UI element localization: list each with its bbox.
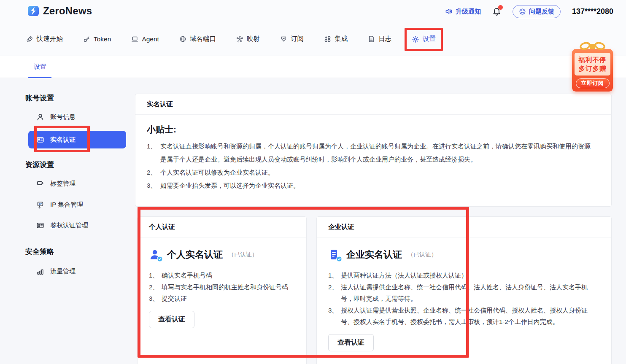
sidebar-item-label: 鉴权认证管理 <box>50 221 88 229</box>
enterprise-building-icon <box>328 248 341 261</box>
sidebar-item-traffic-management[interactable]: 流量管理 <box>36 267 76 275</box>
subscribe-now-button[interactable]: 立即订阅 <box>576 78 610 88</box>
tip-item: 3、 如需要企业抬头发票，可以选择为企业实名认证。 <box>135 179 611 192</box>
account-phone-number[interactable]: 137****2080 <box>572 7 613 16</box>
subscription-icon <box>280 35 287 43</box>
tip-number: 3、 <box>147 179 160 192</box>
user-icon <box>36 113 44 121</box>
personal-step: 2、 填写与实名手机相同的机主姓名和身份证号码 <box>149 281 295 293</box>
feedback-button[interactable]: 问题反馈 <box>513 5 561 18</box>
step-text: 授权人认证需提供营业执照、企业名称、统一社会信用代码、授权人姓名、授权人身份证号… <box>341 305 600 328</box>
laptop-icon <box>131 35 138 43</box>
svg-text:IP: IP <box>39 202 42 205</box>
notification-badge <box>498 5 503 10</box>
sidebar-item-label: 流量管理 <box>50 267 76 275</box>
auth-card-icon <box>36 221 44 229</box>
personal-auth-title-row: 个人实名认证 （已认证） <box>149 248 295 261</box>
step-text: 提交认证 <box>162 293 295 305</box>
nav-label: 日志 <box>378 35 391 43</box>
enterprise-step: 2、 法人认证需提供企业名称、统一社会信用代码、法人姓名、法人身份证号、法人实名… <box>328 281 600 305</box>
promo-line2: 多订多赠 <box>575 64 610 73</box>
header-actions: 升级通知 问题反馈 137****2080 <box>445 5 613 18</box>
sidebar-section-resources: 资源设置 <box>25 160 54 170</box>
step-text: 法人认证需提供企业名称、统一社会信用代码、法人姓名、法人身份证号、法人实名手机号… <box>341 281 600 305</box>
enterprise-step: 1、 提供两种认证方法（法人认证或授权人认证） <box>328 270 600 281</box>
step-number: 3、 <box>149 293 162 305</box>
globe-icon <box>179 35 186 43</box>
real-name-auth-panel: 实名认证 小贴士: 1、 实名认证直接影响账号和资源的归属，个人认证的账号归属为… <box>135 94 612 207</box>
zeronews-logo-icon <box>27 5 40 17</box>
feedback-label: 问题反馈 <box>529 8 554 16</box>
nav-item-logs[interactable]: 日志 <box>368 35 391 43</box>
tab-settings[interactable]: 设置 <box>34 63 46 71</box>
sidebar-item-label: 标签管理 <box>50 180 76 188</box>
step-text: 提供两种认证方法（法人认证或授权人认证） <box>341 270 600 281</box>
nav-label: 集成 <box>335 35 348 43</box>
personal-card-title: 个人认证 <box>138 217 306 237</box>
sidebar-item-account-info[interactable]: 账号信息 <box>36 113 76 121</box>
log-icon <box>368 35 375 43</box>
enterprise-auth-status: （已认证） <box>407 251 437 259</box>
step-number: 2、 <box>149 281 162 293</box>
brand-logo[interactable]: ZeroNews <box>27 5 92 17</box>
step-text: 填写与实名手机相同的机主姓名和身份证号码 <box>162 281 295 293</box>
tip-text: 如需要企业抬头发票，可以选择为企业实名认证。 <box>160 179 594 192</box>
nav-item-subscription[interactable]: 订阅 <box>280 35 304 43</box>
promo-gift-banner[interactable]: 福利不停 多订多赠 立即订阅 <box>572 40 613 92</box>
sidebar-item-label: 实名认证 <box>50 136 76 144</box>
nav-label: Agent <box>142 35 159 43</box>
nav-label: 快速开始 <box>37 35 63 43</box>
primary-nav: 快速开始 Token Agent 域名端口 映射 <box>26 35 436 43</box>
gift-ribbon-icon <box>572 40 613 51</box>
personal-step: 1、 确认实名手机号码 <box>149 270 295 281</box>
sidebar-item-ip-collection[interactable]: IP IP 集合管理 <box>36 201 83 209</box>
tip-text: 个人实名认证可以修改为企业实名认证。 <box>160 166 594 179</box>
traffic-chart-icon <box>36 267 44 275</box>
promo-line1: 福利不停 <box>575 55 610 64</box>
personal-auth-status: （已认证） <box>228 251 258 259</box>
id-card-icon <box>36 136 44 144</box>
nav-item-mapping[interactable]: 映射 <box>236 35 260 43</box>
notification-bell-button[interactable] <box>492 7 501 16</box>
tip-number: 1、 <box>147 140 160 166</box>
nav-label: 映射 <box>247 35 260 43</box>
step-number: 3、 <box>328 305 341 328</box>
smiley-icon <box>519 8 526 15</box>
panel-title: 实名认证 <box>135 94 611 115</box>
sidebar-item-real-name-auth[interactable]: 实名认证 <box>28 131 126 148</box>
check-badge-icon <box>336 256 342 262</box>
nav-item-token[interactable]: Token <box>83 35 111 43</box>
nav-item-quick-start[interactable]: 快速开始 <box>26 35 63 43</box>
nav-label: Token <box>94 35 111 43</box>
enterprise-view-auth-button[interactable]: 查看认证 <box>328 334 374 351</box>
step-number: 1、 <box>328 270 341 281</box>
brand-name: ZeroNews <box>43 5 92 17</box>
nav-item-settings[interactable]: 设置 <box>412 35 436 43</box>
personal-auth-title: 个人实名认证 <box>167 248 223 261</box>
enterprise-auth-title-row: 企业实名认证 （已认证） <box>328 248 600 261</box>
nav-label: 设置 <box>423 35 436 43</box>
speaker-icon <box>445 8 453 15</box>
upgrade-notice-label: 升级通知 <box>456 8 481 16</box>
integration-icon <box>324 35 331 43</box>
sidebar-item-tag-management[interactable]: 标签管理 <box>36 180 76 188</box>
top-bar: ZeroNews 升级通知 问题反馈 137****2080 <box>0 0 626 56</box>
nav-label: 订阅 <box>291 35 304 43</box>
mapping-icon <box>236 35 243 43</box>
tip-number: 2、 <box>147 166 160 179</box>
nav-item-domain-port[interactable]: 域名端口 <box>179 35 216 43</box>
enterprise-auth-card: 企业认证 企业实名认证 （已认证） 1、 提供两种认证方法（法人认证或授权人认证… <box>316 216 612 364</box>
nav-item-agent[interactable]: Agent <box>131 35 159 43</box>
tag-icon <box>36 180 44 188</box>
rocket-icon <box>26 35 33 43</box>
personal-user-icon <box>149 248 162 261</box>
enterprise-auth-title: 企业实名认证 <box>346 248 402 261</box>
sidebar-item-auth-management[interactable]: 鉴权认证管理 <box>36 221 88 229</box>
step-number: 1、 <box>149 270 162 281</box>
check-badge-icon <box>157 256 163 262</box>
upgrade-notice-link[interactable]: 升级通知 <box>445 8 481 16</box>
personal-view-auth-button[interactable]: 查看认证 <box>149 311 194 328</box>
nav-item-integration[interactable]: 集成 <box>324 35 348 43</box>
tab-active-underline <box>28 77 51 78</box>
enterprise-card-title: 企业认证 <box>317 217 611 237</box>
